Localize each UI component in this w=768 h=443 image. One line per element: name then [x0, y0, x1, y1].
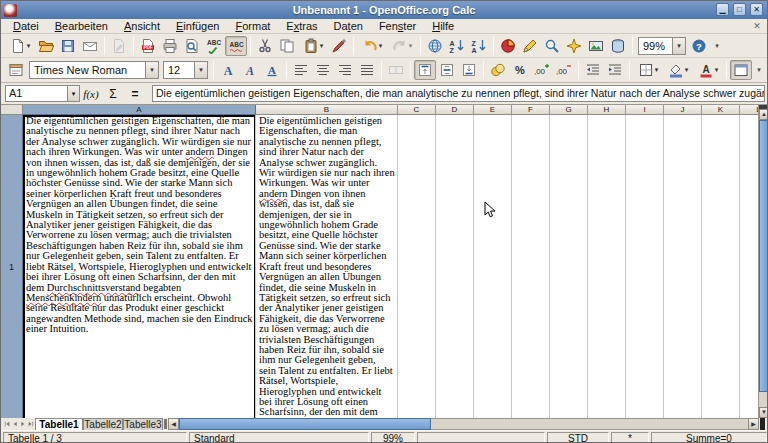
split-window-button[interactable]	[730, 60, 752, 80]
font-name-combo[interactable]: Times New Roman▾	[29, 61, 159, 79]
scroll-right-icon[interactable]: ▶	[748, 418, 759, 430]
menu-bearbeiten[interactable]: Bearbeiten	[47, 19, 116, 34]
scroll-up-icon[interactable]: ▲	[759, 109, 768, 120]
dropdown-arrow-icon[interactable]: ▾	[379, 42, 383, 50]
row-header-1[interactable]: 1	[1, 115, 23, 418]
menu-ansicht[interactable]: Ansicht	[116, 19, 168, 34]
column-header-A[interactable]: A	[23, 105, 256, 115]
function-wizard-button[interactable]: f(x)	[81, 85, 101, 103]
minimize-button[interactable]: ▁	[716, 3, 729, 16]
styles-button[interactable]	[5, 60, 27, 80]
column-header-F[interactable]: F	[512, 105, 550, 115]
select-all-corner[interactable]	[1, 105, 23, 115]
dropdown-arrow-icon[interactable]: ▾	[715, 66, 719, 74]
bold-button[interactable]: A	[217, 60, 239, 80]
function-button[interactable]: =	[125, 85, 145, 103]
dropdown-arrow-icon[interactable]: ▾	[409, 42, 413, 50]
open-button[interactable]	[35, 36, 57, 56]
zoom-combo[interactable]: 99%▾	[638, 37, 686, 55]
dropdown-arrow-icon[interactable]: ▾	[685, 66, 689, 74]
next-sheet-button[interactable]	[19, 418, 27, 430]
name-box-dropdown-icon[interactable]: ▾	[67, 85, 80, 102]
data-sources-button[interactable]	[607, 36, 629, 56]
sheet-tab-tabelle1[interactable]: Tabelle1	[35, 418, 83, 430]
vertical-scrollbar[interactable]: ▲ ▼	[758, 105, 768, 418]
zoom-combo-dropdown-icon[interactable]: ▾	[672, 38, 685, 54]
last-sheet-button[interactable]	[27, 418, 35, 430]
menu-fenster[interactable]: Fenster	[371, 19, 424, 34]
toolbar-overflow-icon[interactable]: ▾	[754, 61, 764, 79]
spellcheck-button[interactable]: ABC	[203, 36, 225, 56]
horizontal-scrollbar-thumb[interactable]	[179, 418, 431, 430]
print-button[interactable]	[159, 36, 181, 56]
menu-datei[interactable]: Datei	[5, 19, 47, 34]
new-document-button[interactable]: ▾	[5, 36, 35, 56]
number-format-currency-button[interactable]	[487, 60, 509, 80]
undo-button[interactable]: ▾	[357, 36, 387, 56]
titlebar[interactable]: Unbenannt 1 - OpenOffice.org Calc ▁□✕	[1, 1, 767, 19]
maximize-button[interactable]: □	[733, 3, 746, 16]
increase-indent-button[interactable]	[604, 60, 626, 80]
add-decimal-button[interactable]: ,00	[531, 60, 553, 80]
column-header-K[interactable]: K	[702, 105, 740, 115]
menu-daten[interactable]: Daten	[326, 19, 371, 34]
auto-spellcheck-button[interactable]: ABC	[225, 36, 247, 56]
find-replace-button[interactable]	[541, 36, 563, 56]
close-button[interactable]: ✕	[750, 3, 763, 16]
cell-reference-input[interactable]: A1	[5, 85, 67, 102]
horizontal-scrollbar-track[interactable]	[431, 418, 748, 430]
column-header-D[interactable]: D	[436, 105, 474, 115]
email-document-button[interactable]	[79, 36, 101, 56]
first-sheet-button[interactable]	[3, 418, 11, 430]
font-color-button[interactable]: A▾	[693, 60, 723, 80]
menu-format[interactable]: Format	[227, 19, 278, 34]
insert-chart-button[interactable]	[497, 36, 519, 56]
column-header-C[interactable]: C	[398, 105, 436, 115]
number-format-percent-button[interactable]: %	[509, 60, 531, 80]
status-zoom-level[interactable]: 99%	[371, 432, 415, 443]
delete-decimal-button[interactable]: ,00	[553, 60, 575, 80]
decrease-indent-button[interactable]	[582, 60, 604, 80]
sheet-tab-tabelle3[interactable]: Tabelle3	[123, 418, 163, 430]
draw-functions-button[interactable]	[519, 36, 541, 56]
toolbar-overflow-icon[interactable]: ▾	[712, 37, 722, 55]
dropdown-arrow-icon[interactable]: ▾	[27, 42, 31, 50]
column-header-I[interactable]: I	[626, 105, 664, 115]
help-button[interactable]: ?	[688, 36, 710, 56]
align-top-button[interactable]	[414, 60, 436, 80]
cut-button[interactable]	[254, 36, 276, 56]
align-left-button[interactable]	[290, 60, 312, 80]
menu-extras[interactable]: Extras	[278, 19, 325, 34]
background-color-button[interactable]: ▾	[663, 60, 693, 80]
align-right-button[interactable]	[334, 60, 356, 80]
gallery-button[interactable]	[585, 36, 607, 56]
column-header-G[interactable]: G	[550, 105, 588, 115]
column-header-H[interactable]: H	[588, 105, 626, 115]
dropdown-arrow-icon[interactable]: ▾	[320, 42, 324, 50]
paste-button[interactable]: ▾	[298, 36, 328, 56]
column-header-L[interactable]: L	[740, 105, 758, 115]
page-preview-button[interactable]	[181, 36, 203, 56]
font-size-combo-dropdown-icon[interactable]: ▾	[194, 62, 207, 78]
cells-area[interactable]: Die eigentümlichen geistigen Eigenschaft…	[23, 115, 758, 418]
sum-button[interactable]: Σ	[103, 85, 123, 103]
column-header-B[interactable]: B	[256, 105, 398, 115]
cell-A1[interactable]: Die eigentümlichen geistigen Eigenschaft…	[26, 116, 253, 335]
align-bottom-button[interactable]	[458, 60, 480, 80]
export-pdf-button[interactable]: PDF	[137, 36, 159, 56]
navigator-button[interactable]	[563, 36, 585, 56]
scroll-down-icon[interactable]: ▼	[759, 407, 768, 418]
vertical-scrollbar-thumb[interactable]	[759, 120, 768, 392]
format-paintbrush-button[interactable]	[328, 36, 350, 56]
hyperlink-button[interactable]	[424, 36, 446, 56]
column-header-J[interactable]: J	[664, 105, 702, 115]
align-center-vertical-button[interactable]	[436, 60, 458, 80]
borders-button[interactable]: ▾	[633, 60, 663, 80]
dropdown-arrow-icon[interactable]: ▾	[655, 66, 659, 74]
italic-button[interactable]: A	[239, 60, 261, 80]
align-justified-button[interactable]	[356, 60, 378, 80]
scroll-left-icon[interactable]: ◀	[168, 418, 179, 430]
previous-sheet-button[interactable]	[11, 418, 19, 430]
tab-split-handle[interactable]	[164, 419, 167, 429]
menu-einfügen[interactable]: Einfügen	[168, 19, 227, 34]
